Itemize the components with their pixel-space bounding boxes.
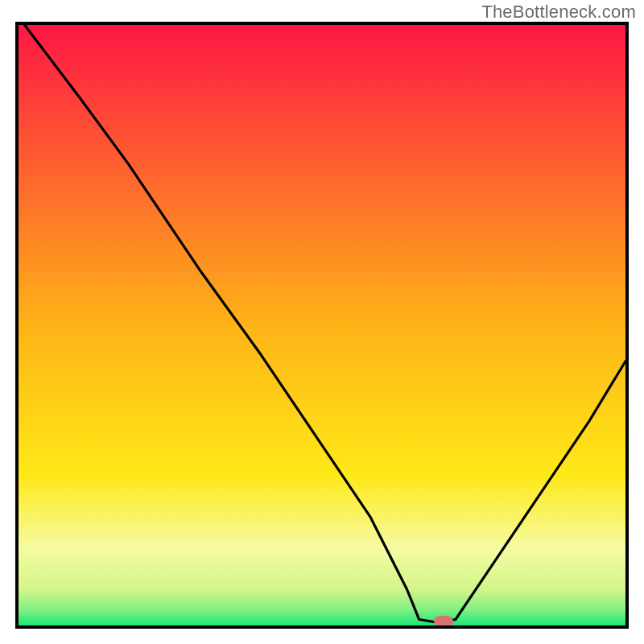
optimal-marker xyxy=(434,616,453,627)
chart-frame: TheBottleneck.com xyxy=(0,0,644,644)
plot-area xyxy=(15,22,629,629)
attribution-text: TheBottleneck.com xyxy=(481,2,636,23)
gradient-background xyxy=(19,25,625,625)
svg-rect-0 xyxy=(19,25,625,625)
